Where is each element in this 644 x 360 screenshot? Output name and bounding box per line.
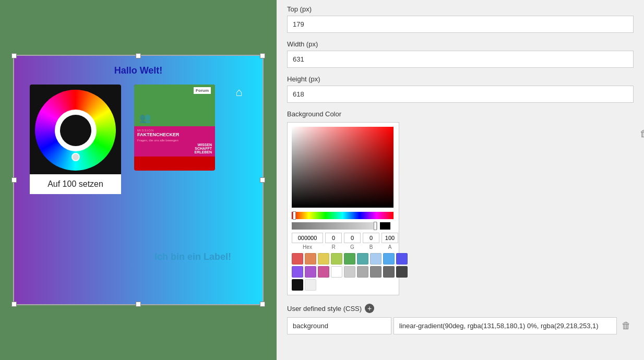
hex-group: Hex bbox=[292, 233, 323, 250]
canvas-title: Hallo Welt! bbox=[14, 65, 263, 76]
hex-input[interactable] bbox=[292, 233, 323, 243]
swatch-green[interactable] bbox=[344, 253, 355, 265]
swatch-yellow[interactable] bbox=[318, 253, 329, 265]
height-input[interactable] bbox=[287, 86, 634, 103]
swatch-red[interactable] bbox=[292, 253, 303, 265]
image-wissen: WISSENSCHAFFTERLEBEN bbox=[137, 143, 212, 154]
css-key-input[interactable] bbox=[287, 317, 391, 334]
hue-slider[interactable] bbox=[292, 212, 393, 219]
canvas-container: Hallo Welt! Auf 100 setzen Forum 👥 bbox=[13, 55, 264, 305]
swatch-darker-gray[interactable] bbox=[396, 266, 408, 278]
width-label: Width (px) bbox=[287, 40, 634, 48]
r-input[interactable] bbox=[325, 233, 342, 243]
top-label: Top (px) bbox=[287, 5, 634, 13]
image-desc: Fragen, die uns alle bewegen bbox=[137, 139, 212, 142]
swatch-off-white[interactable] bbox=[305, 279, 316, 291]
delete-color-button[interactable]: 🗑 bbox=[637, 126, 644, 141]
opacity-thumb[interactable] bbox=[374, 222, 377, 230]
css-section: User defined style (CSS) + 🗑 bbox=[287, 304, 634, 334]
swatches-grid bbox=[292, 253, 395, 291]
width-input[interactable] bbox=[287, 51, 634, 68]
handle-right-mid[interactable] bbox=[260, 177, 265, 183]
g-group: G bbox=[344, 233, 361, 250]
handle-top-left[interactable] bbox=[11, 53, 17, 58]
swatch-yellow-green[interactable] bbox=[331, 253, 342, 265]
g-label: G bbox=[350, 244, 354, 250]
b-label: B bbox=[369, 244, 373, 250]
handle-bottom-mid[interactable] bbox=[136, 302, 141, 307]
color-wheel-inner bbox=[55, 110, 97, 151]
top-field-group: Top (px) bbox=[287, 5, 634, 33]
swatch-gray[interactable] bbox=[370, 266, 381, 278]
swatch-mid-gray[interactable] bbox=[357, 266, 368, 278]
handle-top-right[interactable] bbox=[260, 53, 265, 58]
image-green-top: Forum 👥 bbox=[134, 85, 215, 126]
css-header: User defined style (CSS) + bbox=[287, 304, 634, 313]
swatch-teal[interactable] bbox=[357, 253, 368, 265]
label-text: Ich bin ein Label! bbox=[154, 251, 231, 262]
b-input[interactable] bbox=[363, 233, 379, 243]
color-wheel-widget[interactable]: Auf 100 setzen bbox=[30, 85, 121, 194]
a-group: A bbox=[381, 233, 398, 250]
swatch-purple[interactable] bbox=[292, 266, 303, 278]
image-title: FAKTENCHECKER bbox=[137, 132, 212, 138]
hue-slider-thumb[interactable] bbox=[293, 211, 296, 220]
css-delete-button[interactable]: 🗑 bbox=[619, 319, 634, 333]
handle-bottom-right[interactable] bbox=[260, 302, 265, 307]
swatch-sky-blue[interactable] bbox=[383, 253, 395, 265]
handle-left-mid[interactable] bbox=[11, 177, 17, 183]
swatch-pink[interactable] bbox=[318, 266, 329, 278]
top-input[interactable] bbox=[287, 16, 634, 33]
color-picker[interactable]: Hex R G B A bbox=[287, 122, 399, 295]
swatch-orange[interactable] bbox=[305, 253, 316, 265]
handle-top-mid[interactable] bbox=[136, 53, 141, 58]
height-field-group: Height (px) bbox=[287, 75, 634, 103]
home-icon[interactable]: ⌂ bbox=[231, 85, 247, 100]
color-inputs: Hex R G B A bbox=[292, 233, 395, 250]
left-panel: Hallo Welt! Auf 100 setzen Forum 👥 bbox=[0, 0, 277, 360]
wheel-handle[interactable] bbox=[71, 153, 80, 161]
set-100-button[interactable]: Auf 100 setzen bbox=[30, 174, 121, 194]
g-input[interactable] bbox=[344, 233, 361, 243]
swatch-light-gray[interactable] bbox=[344, 266, 355, 278]
css-value-input[interactable] bbox=[393, 317, 617, 334]
bg-color-section: Background Color bbox=[287, 110, 634, 295]
opacity-slider[interactable] bbox=[292, 222, 378, 230]
b-group: B bbox=[363, 233, 379, 250]
forum-badge: Forum bbox=[194, 87, 211, 94]
swatch-light-blue[interactable] bbox=[370, 253, 381, 265]
bg-color-label: Background Color bbox=[287, 110, 634, 118]
width-field-group: Width (px) bbox=[287, 40, 634, 68]
people-icon: 👥 bbox=[139, 112, 151, 124]
r-group: R bbox=[325, 233, 342, 250]
swatch-white[interactable] bbox=[331, 266, 342, 278]
css-section-label: User defined style (CSS) bbox=[287, 305, 362, 313]
color-gradient-area[interactable] bbox=[292, 127, 393, 208]
image-pink-bottom: Mission FAKTENCHECKER Fragen, die uns al… bbox=[134, 126, 215, 157]
swatch-near-black[interactable] bbox=[292, 279, 303, 291]
hex-label: Hex bbox=[303, 244, 312, 250]
canvas-box[interactable]: Hallo Welt! Auf 100 setzen Forum 👥 bbox=[13, 55, 264, 305]
swatch-violet[interactable] bbox=[305, 266, 316, 278]
add-css-button[interactable]: + bbox=[365, 304, 374, 313]
css-row: 🗑 bbox=[287, 317, 634, 334]
opacity-row bbox=[292, 222, 395, 230]
swatch-blue[interactable] bbox=[396, 253, 408, 265]
handle-bottom-left[interactable] bbox=[11, 302, 17, 307]
a-input[interactable] bbox=[381, 233, 398, 243]
image-card[interactable]: Forum 👥 Mission FAKTENCHECKER Fragen, di… bbox=[134, 85, 215, 171]
color-wheel-center bbox=[60, 115, 91, 146]
black-box bbox=[380, 222, 390, 230]
height-label: Height (px) bbox=[287, 75, 634, 83]
a-label: A bbox=[388, 244, 392, 250]
color-wheel[interactable] bbox=[35, 90, 116, 171]
swatch-dark-gray[interactable] bbox=[383, 266, 395, 278]
right-panel: Top (px) Width (px) Height (px) Backgrou… bbox=[277, 0, 644, 360]
r-label: R bbox=[331, 244, 335, 250]
